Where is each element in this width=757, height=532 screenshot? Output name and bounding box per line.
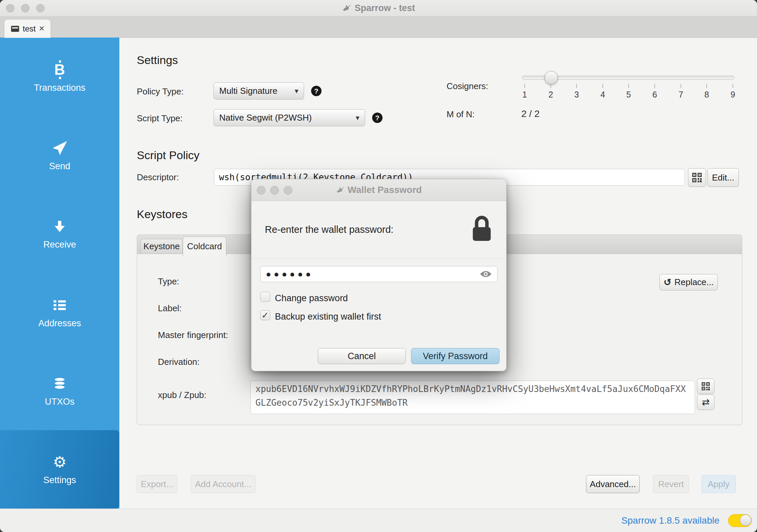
tab-test[interactable]: test × <box>4 19 51 38</box>
toggle-knob <box>740 515 751 526</box>
policy-type-label: Policy Type: <box>137 86 184 97</box>
keystore-label-label: Label: <box>158 303 182 314</box>
window-title: Sparrow - test <box>0 0 757 16</box>
slider-tick: 8 <box>700 84 713 99</box>
sidebar-item-receive[interactable]: Receive <box>0 195 119 273</box>
app-window: Sparrow - test test × B Transactions <box>0 0 757 532</box>
sparrow-bird-icon <box>342 3 351 13</box>
show-password-eye-icon[interactable] <box>480 270 492 278</box>
descriptor-label: Descriptor: <box>137 172 179 183</box>
xpub-value: xpub6EVD16NVrvhxWJ9iKDZVfhRYPhoLBrKyPtmN… <box>255 384 686 408</box>
wallet-tab-bar: test × <box>0 16 757 38</box>
chevron-down-icon: ▾ <box>295 87 298 95</box>
policy-type-value: Multi Signature <box>219 86 277 96</box>
verify-password-button[interactable]: Verify Password <box>411 348 500 364</box>
keystores-heading: Keystores <box>137 208 187 221</box>
tab-label: test <box>23 24 36 34</box>
cancel-button[interactable]: Cancel <box>318 348 406 364</box>
descriptor-qr-button[interactable] <box>688 168 706 187</box>
sidebar-item-label: Send <box>49 161 70 172</box>
dialog-titlebar: Wallet Password <box>251 179 506 201</box>
script-type-help-icon[interactable]: ? <box>372 113 383 123</box>
slider-tick: 7 <box>674 84 688 99</box>
sidebar-item-label: Transactions <box>34 83 85 93</box>
slider-tick: 1 <box>518 84 531 99</box>
tab-keystone[interactable]: Keystone <box>140 239 183 254</box>
revert-button[interactable]: Revert <box>653 475 689 493</box>
tab-close-icon[interactable]: × <box>39 24 44 33</box>
m-of-n-value: 2 / 2 <box>521 109 539 119</box>
replace-keystore-button[interactable]: ↺ Replace... <box>659 274 718 290</box>
keystore-type-label: Type: <box>158 276 179 287</box>
script-type-label: Script Type: <box>137 113 183 124</box>
slider-tick: 3 <box>570 84 583 99</box>
list-icon <box>52 296 67 314</box>
apply-button[interactable]: Apply <box>701 475 736 493</box>
wallet-icon <box>11 25 19 32</box>
lock-icon <box>471 215 493 243</box>
xpub-qr-button[interactable] <box>697 379 714 394</box>
qr-code-icon <box>702 382 710 390</box>
window-titlebar: Sparrow - test <box>0 0 757 16</box>
slider-tick: 6 <box>648 84 661 99</box>
xpub-switch-button[interactable]: ⇄ <box>697 395 714 410</box>
wallet-password-dialog: Wallet Password Re-enter the wallet pass… <box>251 179 507 371</box>
derivation-label: Derivation: <box>158 357 199 367</box>
dialog-message: Re-enter the wallet password: <box>265 201 394 258</box>
swap-arrows-icon: ⇄ <box>702 398 709 407</box>
slider-tick: 2 <box>544 84 558 99</box>
dialog-title: Wallet Password <box>251 179 506 201</box>
add-account-button[interactable]: Add Account... <box>191 475 255 493</box>
sidebar-item-label: UTXOs <box>45 397 75 407</box>
backup-wallet-label: Backup existing wallet first <box>275 312 381 322</box>
sidebar-item-addresses[interactable]: Addresses <box>0 273 119 351</box>
chevron-down-icon: ▾ <box>356 114 359 122</box>
gear-icon: ⚙ <box>53 453 66 471</box>
export-button[interactable]: Export... <box>137 475 177 493</box>
settings-heading: Settings <box>137 54 178 67</box>
coins-icon <box>52 375 67 393</box>
m-of-n-label: M of N: <box>447 109 475 120</box>
undo-arrow-icon: ↺ <box>663 278 671 287</box>
password-masked-value: ●●●●●● <box>266 270 313 278</box>
update-available-link[interactable]: Sparrow 1.8.5 available <box>621 515 719 526</box>
master-fingerprint-label: Master fingerprint: <box>158 330 228 340</box>
script-type-dropdown[interactable]: Native Segwit (P2WSH) ▾ <box>214 109 365 126</box>
change-password-checkbox[interactable] <box>260 292 270 302</box>
xpub-label: xpub / Zpub: <box>158 390 207 400</box>
status-bar: Sparrow 1.8.5 available <box>0 509 757 532</box>
backup-wallet-checkbox[interactable]: ✓ <box>260 310 270 320</box>
cosigners-slider-handle[interactable] <box>544 71 558 84</box>
qr-code-icon <box>692 173 702 182</box>
slider-tick: 9 <box>726 84 740 99</box>
descriptor-edit-button[interactable]: Edit... <box>707 168 739 187</box>
slider-tick: 5 <box>622 84 635 99</box>
password-input[interactable]: ●●●●●● <box>260 266 498 282</box>
script-type-value: Native Segwit (P2WSH) <box>219 113 312 123</box>
sidebar-item-send[interactable]: Send <box>0 116 119 194</box>
cosigners-label: Cosigners: <box>447 81 488 91</box>
slider-tick: 4 <box>596 84 609 99</box>
sidebar-item-utxos[interactable]: UTXOs <box>0 351 119 430</box>
sidebar-item-label: Settings <box>43 475 76 485</box>
sidebar: B Transactions Send Receive <box>0 38 119 509</box>
policy-type-dropdown[interactable]: Multi Signature ▾ <box>214 82 304 99</box>
tab-coldcard[interactable]: Coldcard <box>183 237 226 256</box>
policy-type-help-icon[interactable]: ? <box>311 86 322 96</box>
dialog-separator <box>251 258 506 259</box>
script-policy-heading: Script Policy <box>137 149 199 162</box>
sparrow-bird-icon <box>336 186 345 194</box>
sidebar-item-transactions[interactable]: B Transactions <box>0 38 119 116</box>
sidebar-item-settings[interactable]: ⚙ Settings <box>0 430 119 509</box>
xpub-field[interactable]: xpub6EVD16NVrvhxWJ9iKDZVfhRYPhoLBrKyPtmN… <box>250 381 695 414</box>
paper-plane-icon <box>52 139 68 157</box>
bitcoin-icon: B <box>54 61 65 79</box>
window-title-text: Sparrow - test <box>355 3 415 13</box>
sidebar-item-label: Addresses <box>38 318 81 329</box>
check-icon: ✓ <box>261 310 269 321</box>
arrow-down-icon <box>53 217 66 236</box>
theme-toggle[interactable] <box>728 514 752 527</box>
sidebar-item-label: Receive <box>43 240 76 250</box>
change-password-label: Change password <box>275 293 348 304</box>
advanced-button[interactable]: Advanced... <box>586 475 640 493</box>
